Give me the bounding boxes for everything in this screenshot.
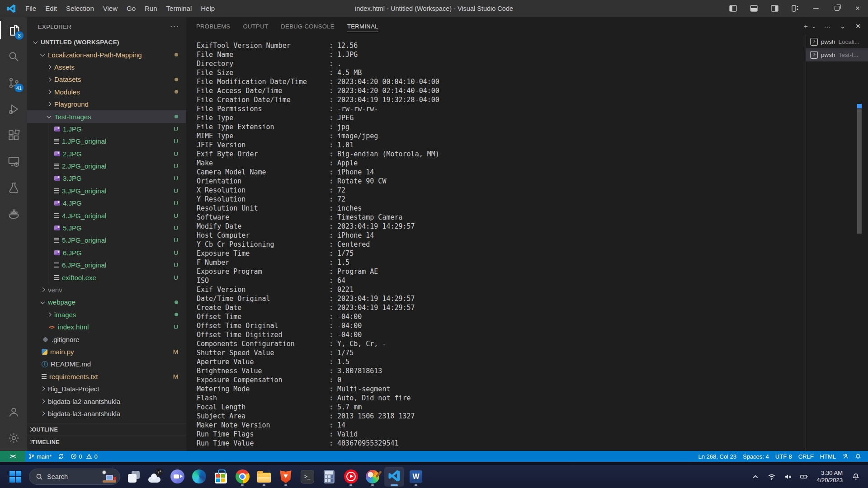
taskbar-windows-terminal[interactable]: >_ xyxy=(297,467,317,487)
menu-selection[interactable]: Selection xyxy=(61,2,99,15)
tree-item-2-jpg-original[interactable]: 2.JPG_originalU xyxy=(27,160,186,172)
taskbar-edge[interactable] xyxy=(189,467,209,487)
volume-muted-icon[interactable] xyxy=(781,469,795,485)
tree-item-4-jpg[interactable]: 4.JPGU xyxy=(27,197,186,209)
eol-sequence[interactable]: CRLF xyxy=(795,451,817,462)
docker-icon[interactable] xyxy=(0,201,27,227)
tree-item-6-jpg[interactable]: 6.JPGU xyxy=(27,247,186,259)
tree-item-datasets[interactable]: Datasets xyxy=(27,73,186,85)
taskbar-chrome[interactable] xyxy=(232,467,252,487)
outline-section-header[interactable]: OUTLINE xyxy=(27,423,186,436)
explorer-more-actions-icon[interactable]: ··· xyxy=(170,22,179,31)
tree-item-1-jpg[interactable]: 1.JPGU xyxy=(27,123,186,135)
tree-item-playground[interactable]: Playground xyxy=(27,98,186,110)
panel-close-icon[interactable]: ✕ xyxy=(854,21,863,31)
tree-item-localization-and-path-mapping[interactable]: Localization-and-Path-Mapping xyxy=(27,48,186,61)
timeline-section-header[interactable]: TIMELINE xyxy=(27,436,186,448)
panel-tab-output[interactable]: OUTPUT xyxy=(243,17,268,35)
taskbar-brave[interactable] xyxy=(276,467,296,487)
terminal-dropdown-icon[interactable]: ⌄ xyxy=(811,21,816,31)
feedback-icon[interactable] xyxy=(839,451,852,462)
language-mode[interactable]: HTML xyxy=(817,451,839,462)
terminal-instance-1[interactable]: pwshLocali... xyxy=(806,35,868,48)
taskbar-calculator[interactable] xyxy=(319,467,339,487)
menu-go[interactable]: Go xyxy=(122,2,140,15)
notification-bell-icon[interactable]: z xyxy=(848,469,863,485)
tree-item-main-py[interactable]: main.pyM xyxy=(27,346,186,358)
panel-tab-debug-console[interactable]: DEBUG CONSOLE xyxy=(281,17,335,35)
taskbar-file-explorer[interactable] xyxy=(254,467,274,487)
tree-item-modules[interactable]: Modules xyxy=(27,86,186,98)
tree-item-venv[interactable]: venv xyxy=(27,284,186,296)
new-terminal-icon[interactable]: ＋ xyxy=(801,21,810,31)
tree-item-5-jpg[interactable]: 5.JPGU xyxy=(27,222,186,234)
tree-item-5-jpg-original[interactable]: 5.JPG_originalU xyxy=(27,234,186,246)
taskbar-yt-music[interactable] xyxy=(341,467,361,487)
tree-item-4-jpg-original[interactable]: 4.JPG_originalU xyxy=(27,209,186,221)
run-debug-icon[interactable] xyxy=(0,96,27,122)
problems-item[interactable]: 0 0 xyxy=(67,451,100,462)
toggle-secondary-sidebar-icon[interactable] xyxy=(764,0,785,17)
toggle-sidebar-icon[interactable] xyxy=(722,0,743,17)
minimize-button[interactable] xyxy=(806,0,826,17)
panel-tab-problems[interactable]: PROBLEMS xyxy=(196,17,230,35)
tree-item-index-html[interactable]: index.htmlU xyxy=(27,321,186,333)
tray-chevron-icon[interactable] xyxy=(749,469,762,485)
tree-item-images[interactable]: images xyxy=(27,309,186,321)
search-icon[interactable] xyxy=(0,43,27,70)
tree-item-readme-md[interactable]: README.md xyxy=(27,358,186,370)
menu-edit[interactable]: Edit xyxy=(41,2,61,15)
panel-more-icon[interactable]: ··· xyxy=(823,21,832,31)
tree-item-1-jpg-original[interactable]: 1.JPG_originalU xyxy=(27,135,186,147)
indentation[interactable]: Spaces: 4 xyxy=(740,451,772,462)
taskbar-task-view[interactable] xyxy=(124,467,144,487)
tree-item-6-jpg-original[interactable]: 6.JPG_originalU xyxy=(27,259,186,271)
tree-item-requirements-txt[interactable]: requirements.txtM xyxy=(27,371,186,383)
menu-help[interactable]: Help xyxy=(196,2,219,15)
taskbar-search-box[interactable]: Search xyxy=(29,469,120,485)
sync-button[interactable] xyxy=(55,451,67,462)
close-button[interactable]: ✕ xyxy=(847,0,868,17)
account-icon[interactable] xyxy=(0,399,27,425)
explorer-icon[interactable]: 3 xyxy=(0,17,27,43)
taskbar-vscode[interactable] xyxy=(384,467,404,487)
terminal-instance-2[interactable]: pwshTest-I... xyxy=(806,48,868,61)
source-control-icon[interactable]: 41 xyxy=(0,70,27,96)
menu-view[interactable]: View xyxy=(99,2,122,15)
menu-file[interactable]: File xyxy=(21,2,41,15)
taskbar-start[interactable] xyxy=(5,467,25,487)
tree-item-3-jpg[interactable]: 3.JPGU xyxy=(27,172,186,184)
tree-item-big-data-project[interactable]: Big_Data-Project xyxy=(27,383,186,395)
tree-item-bigdata-la3-anantshukla[interactable]: bigdata-la3-anantshukla xyxy=(27,408,186,420)
tree-item-test-images[interactable]: Test-Images xyxy=(27,110,186,122)
extensions-icon[interactable] xyxy=(0,122,27,148)
customize-layout-icon[interactable] xyxy=(785,0,806,17)
cursor-position[interactable]: Ln 268, Col 23 xyxy=(695,451,740,462)
menu-terminal[interactable]: Terminal xyxy=(162,2,197,15)
tree-item-bigdata-la2-anantshukla[interactable]: bigdata-la2-anantshukla xyxy=(27,395,186,407)
tree-item-2-jpg[interactable]: 2.JPGU xyxy=(27,148,186,160)
tree-item-exiftool-exe[interactable]: exiftool.exeU xyxy=(27,271,186,283)
remote-explorer-icon[interactable] xyxy=(0,148,27,174)
tree-item--gitignore[interactable]: .gitignore xyxy=(27,333,186,345)
remote-indicator[interactable]: >< xyxy=(0,451,25,462)
tree-item-webpage[interactable]: webpage xyxy=(27,296,186,308)
tree-item-assets[interactable]: Assets xyxy=(27,61,186,73)
git-branch-item[interactable]: main* xyxy=(25,451,55,462)
toggle-panel-icon[interactable] xyxy=(743,0,764,17)
panel-chevron-icon[interactable]: ⌄ xyxy=(838,21,847,31)
restore-button[interactable] xyxy=(826,0,847,17)
taskbar-paint[interactable] xyxy=(363,467,382,487)
tree-item-untitled-workspace-[interactable]: UNTITLED (WORKSPACE) xyxy=(27,36,186,48)
battery-charging-icon[interactable] xyxy=(797,469,811,485)
taskbar-weather[interactable]: 7° xyxy=(146,467,165,487)
wifi-icon[interactable] xyxy=(765,469,778,485)
encoding[interactable]: UTF-8 xyxy=(772,451,795,462)
taskbar-word[interactable]: W xyxy=(406,467,426,487)
terminal-output[interactable]: ExifTool Version Number: 12.56File Name:… xyxy=(186,35,806,451)
taskbar-store[interactable] xyxy=(211,467,231,487)
tray-clock[interactable]: 3:30 AM 4/20/2023 xyxy=(814,469,845,484)
notifications-bell-icon[interactable] xyxy=(852,451,864,462)
tree-item-3-jpg-original[interactable]: 3.JPG_originalU xyxy=(27,185,186,197)
taskbar-chat[interactable] xyxy=(167,467,187,487)
